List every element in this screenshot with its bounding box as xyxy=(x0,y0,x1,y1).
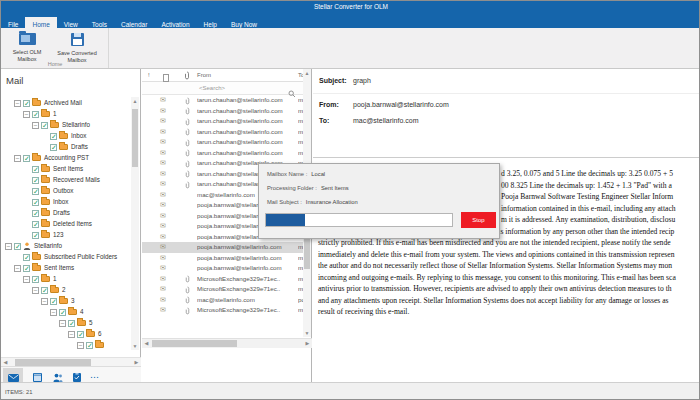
checkbox[interactable] xyxy=(32,177,39,184)
tree-item-123[interactable]: 123 xyxy=(1,229,131,240)
tree-item-archived-mail[interactable]: Archived Mail xyxy=(1,97,131,108)
from-column-header[interactable]: From xyxy=(197,72,211,78)
expander-icon[interactable] xyxy=(32,287,39,294)
search-bar[interactable]: <Search> xyxy=(142,82,304,95)
checkbox[interactable] xyxy=(77,331,84,338)
expander-icon[interactable] xyxy=(77,342,84,349)
message-row[interactable]: tarun.chauhan@stellarinfo.commac@stellar… xyxy=(142,116,304,127)
checkbox[interactable] xyxy=(41,122,48,129)
envelope-icon xyxy=(160,221,166,232)
tree-item-3[interactable]: 3 xyxy=(1,295,131,306)
tree-vertical-scrollbar[interactable]: ▲ ▼ xyxy=(131,97,139,350)
tree-item-clipped[interactable] xyxy=(1,339,131,350)
checkbox[interactable] xyxy=(50,144,57,151)
message-row[interactable]: tarun.chauhan@stellarinfo.commac@stellar… xyxy=(142,106,304,117)
checkbox[interactable] xyxy=(32,199,39,206)
tree-item-inbox[interactable]: Inbox xyxy=(1,130,131,141)
checkbox[interactable] xyxy=(32,166,39,173)
checkbox[interactable] xyxy=(59,309,66,316)
checkbox[interactable] xyxy=(32,232,39,239)
message-row[interactable]: tarun.chauhan@stellarinfo.commac@stellar… xyxy=(142,148,304,159)
tree-item-outbox[interactable]: Outbox xyxy=(1,185,131,196)
checkbox[interactable] xyxy=(23,254,30,261)
message-row[interactable]: tarun.chauhan@stellarinfo.commac@stellar… xyxy=(142,137,304,148)
tree-item-drafts[interactable]: Drafts xyxy=(1,141,131,152)
scroll-down-icon[interactable]: ▼ xyxy=(303,329,311,337)
message-from: MicrosoftExchange329e71ec.. xyxy=(197,284,296,295)
tree-item-sent-items[interactable]: Sent Items xyxy=(1,262,131,273)
checkbox[interactable] xyxy=(23,100,30,107)
checkbox[interactable] xyxy=(14,243,21,250)
progress-bar xyxy=(265,213,453,227)
tree-item-label: Stellarinfo xyxy=(62,121,90,128)
stop-button[interactable]: Stop xyxy=(461,212,496,228)
scroll-up-icon[interactable]: ▲ xyxy=(131,97,139,105)
tree-scrollbar-thumb[interactable] xyxy=(132,109,138,167)
tree-item-recovered-mails[interactable]: Recovered Mails xyxy=(1,174,131,185)
checkbox[interactable] xyxy=(32,221,39,228)
checkbox[interactable] xyxy=(86,342,93,349)
message-row[interactable]: mac@stellarinfo.compooja.barnwal@stellar… xyxy=(142,295,304,306)
checkbox[interactable] xyxy=(23,155,30,162)
message-row[interactable]: MicrosoftExchange329e71ec..mac@stellarin… xyxy=(142,284,304,295)
list-header[interactable]: ! From To xyxy=(142,69,304,82)
checkbox[interactable] xyxy=(68,320,75,327)
expander-icon[interactable] xyxy=(68,331,75,338)
button-label: Mailbox xyxy=(3,56,51,63)
expander-icon[interactable] xyxy=(14,100,21,107)
tree-item-stellarinfo[interactable]: Stellarinfo xyxy=(1,240,131,251)
checkbox[interactable] xyxy=(32,276,39,283)
message-row[interactable]: pooja.barnwal@stellarinfo.commac@stellar… xyxy=(142,263,304,274)
expander-icon[interactable] xyxy=(14,155,21,162)
checkbox[interactable] xyxy=(50,298,57,305)
attachment-column-icon[interactable] xyxy=(184,71,190,81)
folder-icon xyxy=(41,188,50,194)
message-row[interactable]: MicrosoftExchange329e71ec..mac@stellarin… xyxy=(142,305,304,316)
expander-icon[interactable] xyxy=(23,111,30,118)
tree-item-6[interactable]: 6 xyxy=(1,328,131,339)
tree-item-inbox[interactable]: Inbox xyxy=(1,196,131,207)
save-converted-mailbox-button[interactable]: Save ConvertedMailbox xyxy=(53,30,101,61)
importance-column-header[interactable]: ! xyxy=(148,72,150,78)
expander-icon[interactable] xyxy=(5,243,12,250)
checkbox[interactable] xyxy=(41,287,48,294)
message-row[interactable]: tarun.chauhan@stellarinfo.commac@stellar… xyxy=(142,95,304,106)
tree-item-2[interactable]: 2 xyxy=(1,284,131,295)
checkbox[interactable] xyxy=(32,188,39,195)
tree-item-accounting-pst[interactable]: Accounting PST xyxy=(1,152,131,163)
tree-item-drafts[interactable]: Drafts xyxy=(1,207,131,218)
tree-item-sent-items[interactable]: Sent Items xyxy=(1,163,131,174)
tree-horizontal-scrollbar[interactable]: ◀ ▶ xyxy=(1,357,141,366)
tree-item-subscribed-public-folders[interactable]: Subscribed Public Folders xyxy=(1,251,131,262)
expander-icon[interactable] xyxy=(23,276,30,283)
checkbox[interactable] xyxy=(50,133,57,140)
tree-item-1[interactable]: 1 xyxy=(1,273,131,284)
message-row[interactable]: tarun.chauhan@stellarinfo.commac@stellar… xyxy=(142,127,304,138)
list-horizontal-scrollbar[interactable]: ◀ ▶ xyxy=(142,338,312,348)
scroll-right-icon[interactable]: ▶ xyxy=(303,339,312,348)
list-hscrollbar-thumb[interactable] xyxy=(152,340,237,347)
message-row[interactable]: MicrosoftExchange329e71ec..mac@stellarin… xyxy=(142,274,304,285)
tree-item-4[interactable]: 4 xyxy=(1,306,131,317)
checkbox[interactable] xyxy=(32,111,39,118)
tree-hscrollbar-thumb[interactable] xyxy=(15,359,91,366)
select-olm-mailbox-button[interactable]: Select OLMMailbox xyxy=(3,30,51,61)
scroll-up-icon[interactable]: ▲ xyxy=(303,69,311,77)
checkbox[interactable] xyxy=(32,210,39,217)
message-row-selected[interactable]: pooja.barnwal@stellarinfo.commac@stellar… xyxy=(142,242,304,253)
expander-icon[interactable] xyxy=(14,265,21,272)
expander-icon[interactable] xyxy=(50,309,57,316)
tree-item-1[interactable]: 1 xyxy=(1,108,131,119)
expander-icon[interactable] xyxy=(32,122,39,129)
search-input[interactable]: <Search> xyxy=(199,85,225,91)
tree-item-deleted-items[interactable]: Deleted Items xyxy=(1,218,131,229)
scroll-left-icon[interactable]: ◀ xyxy=(142,339,151,348)
message-row[interactable]: pooja.barnwal@stellarinfo.commac@stellar… xyxy=(142,253,304,264)
scroll-down-icon[interactable]: ▼ xyxy=(131,342,139,350)
checkbox[interactable] xyxy=(23,265,30,272)
tree-item-5[interactable]: 5 xyxy=(1,317,131,328)
tree-item-stellarinfo[interactable]: Stellarinfo xyxy=(1,119,131,130)
envelope-icon xyxy=(160,127,166,138)
expander-icon[interactable] xyxy=(41,298,48,305)
expander-icon[interactable] xyxy=(59,320,66,327)
